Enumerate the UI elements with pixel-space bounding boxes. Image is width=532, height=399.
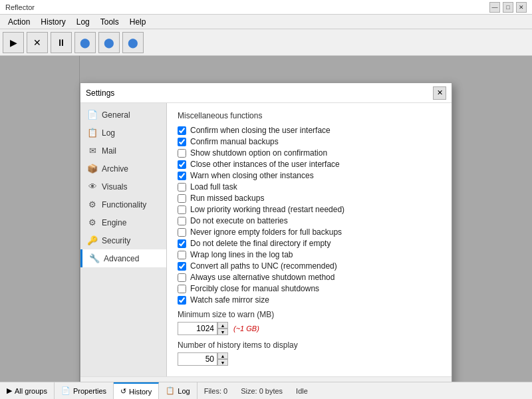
- properties-label: Properties: [73, 387, 106, 395]
- dialog-body: 📄 General 📋 Log ✉ Mail 📦: [80, 103, 452, 376]
- status-tab-history[interactable]: ↺ History: [114, 382, 159, 399]
- checkbox-row: Always use alternative shutdown method: [178, 273, 441, 282]
- checkbox-12[interactable]: [178, 262, 186, 271]
- properties-icon: 📄: [61, 386, 70, 395]
- status-tab-properties[interactable]: 📄 Properties: [55, 382, 114, 399]
- settings-dialog: Settings ✕ 📄 General 📋 Log: [80, 82, 452, 382]
- engine-icon: ⚙: [87, 217, 98, 227]
- checkbox-0[interactable]: [178, 126, 186, 135]
- menu-history[interactable]: History: [35, 16, 70, 28]
- checkbox-2[interactable]: [178, 149, 186, 158]
- menu-help[interactable]: Help: [124, 16, 152, 28]
- checkbox-7[interactable]: [178, 205, 186, 214]
- visuals-icon: 👁: [87, 182, 98, 192]
- minimize-button[interactable]: —: [489, 2, 500, 13]
- checkbox-label-2: Show shutdown option on confirmation: [190, 148, 327, 158]
- history-input[interactable]: [178, 352, 217, 366]
- checkbox-label-3: Close other instances of the user interf…: [190, 160, 340, 169]
- checkbox-4[interactable]: [178, 172, 186, 180]
- checkbox-1[interactable]: [178, 138, 186, 146]
- all-groups-label: All groups: [15, 387, 47, 395]
- nav-item-visuals[interactable]: 👁 Visuals: [80, 178, 166, 196]
- checkbox-5[interactable]: [178, 183, 186, 192]
- checkboxes-container: Confirm when closing the user interfaceC…: [178, 126, 441, 305]
- advanced-icon: 🔧: [89, 253, 100, 263]
- min-size-spinner: ▲ ▼: [178, 322, 228, 335]
- nav-label-visuals: Visuals: [102, 182, 127, 192]
- history-label: Number of history items to display: [178, 340, 298, 350]
- checkbox-label-4: Warn when closing other instances: [190, 171, 314, 180]
- checkbox-label-6: Run missed backups: [190, 194, 264, 203]
- nav-item-mail[interactable]: ✉ Mail: [80, 142, 166, 160]
- action-btn-3[interactable]: ⬤: [122, 32, 144, 53]
- checkbox-row: Do not execute on batteries: [178, 216, 441, 225]
- dialog-close-button[interactable]: ✕: [433, 86, 446, 100]
- checkbox-3[interactable]: [178, 160, 186, 169]
- action-btn-2[interactable]: ⬤: [98, 32, 120, 53]
- app-title: Reflector: [5, 3, 35, 11]
- min-size-up-button[interactable]: ▲: [217, 322, 228, 329]
- nav-item-general[interactable]: 📄 General: [80, 106, 166, 124]
- checkbox-row: Show shutdown option on confirmation: [178, 148, 441, 158]
- history-down-button[interactable]: ▼: [217, 359, 228, 366]
- menu-tools[interactable]: Tools: [95, 16, 124, 28]
- stop-button[interactable]: ✕: [27, 32, 48, 53]
- history-tab-label: History: [129, 388, 152, 396]
- action-btn-1[interactable]: ⬤: [74, 32, 96, 53]
- nav-label-security: Security: [102, 236, 130, 245]
- status-tab-all-groups[interactable]: ▶ All groups: [0, 382, 55, 399]
- all-groups-icon: ▶: [7, 386, 12, 395]
- checkbox-label-7: Low priority working thread (restart nee…: [190, 205, 344, 214]
- nav-item-engine[interactable]: ⚙ Engine: [80, 213, 166, 231]
- checkbox-9[interactable]: [178, 228, 186, 237]
- history-up-button[interactable]: ▲: [217, 352, 228, 359]
- history-spinner-btns: ▲ ▼: [217, 352, 228, 366]
- history-tab-icon: ↺: [120, 387, 126, 396]
- status-state: Idle: [289, 386, 315, 396]
- min-size-input[interactable]: [178, 322, 217, 335]
- log-icon: 📋: [87, 128, 98, 138]
- nav-item-advanced[interactable]: 🔧 Advanced: [80, 249, 166, 267]
- checkbox-label-5: Load full task: [190, 182, 237, 192]
- security-icon: 🔑: [87, 235, 98, 245]
- checkbox-row: Run missed backups: [178, 194, 441, 203]
- checkbox-row: Confirm when closing the user interface: [178, 126, 441, 135]
- nav-item-security[interactable]: 🔑 Security: [80, 231, 166, 249]
- pause-button[interactable]: ⏸: [51, 32, 72, 53]
- checkbox-11[interactable]: [178, 251, 186, 259]
- nav-item-log[interactable]: 📋 Log: [80, 124, 166, 142]
- min-size-down-button[interactable]: ▼: [217, 329, 228, 335]
- dialog-title: Settings: [86, 88, 114, 98]
- title-bar-controls: — □ ✕: [489, 2, 527, 13]
- checkbox-row: Wrap long lines in the log tab: [178, 250, 441, 259]
- dialog-nav: 📄 General 📋 Log ✉ Mail 📦: [80, 103, 167, 376]
- general-icon: 📄: [87, 110, 98, 120]
- maximize-button[interactable]: □: [503, 2, 513, 13]
- status-tab-log[interactable]: 📋 Log: [159, 382, 197, 399]
- checkbox-row: Confirm manual backups: [178, 137, 441, 146]
- status-bar: ▶ All groups 📄 Properties ↺ History 📋 Lo…: [0, 382, 532, 399]
- nav-label-general: General: [102, 110, 130, 120]
- checkbox-label-9: Never ignore empty folders for full back…: [190, 227, 342, 237]
- checkbox-13[interactable]: [178, 273, 186, 282]
- checkbox-10[interactable]: [178, 239, 186, 248]
- checkbox-row: Low priority working thread (restart nee…: [178, 205, 441, 214]
- dialog-title-bar: Settings ✕: [80, 83, 452, 103]
- checkbox-8[interactable]: [178, 217, 186, 225]
- checkbox-row: Watch safe mirror size: [178, 295, 441, 305]
- menu-log[interactable]: Log: [71, 16, 95, 28]
- nav-label-log: Log: [102, 128, 115, 138]
- play-button[interactable]: ▶: [3, 32, 24, 53]
- close-button[interactable]: ✕: [516, 2, 527, 13]
- nav-item-archive[interactable]: 📦 Archive: [80, 160, 166, 178]
- checkbox-15[interactable]: [178, 296, 186, 305]
- checkbox-row: Convert all paths to UNC (recommended): [178, 261, 441, 271]
- checkbox-6[interactable]: [178, 194, 186, 203]
- checkbox-label-10: Do not delete the final directory if emp…: [190, 239, 331, 248]
- menu-action[interactable]: Action: [3, 16, 35, 28]
- section-title: Miscellaneous functions: [178, 111, 441, 120]
- checkbox-row: Load full task: [178, 182, 441, 192]
- checkbox-14[interactable]: [178, 285, 186, 293]
- checkbox-row: Warn when closing other instances: [178, 171, 441, 180]
- nav-item-functionality[interactable]: ⚙ Functionality: [80, 196, 166, 213]
